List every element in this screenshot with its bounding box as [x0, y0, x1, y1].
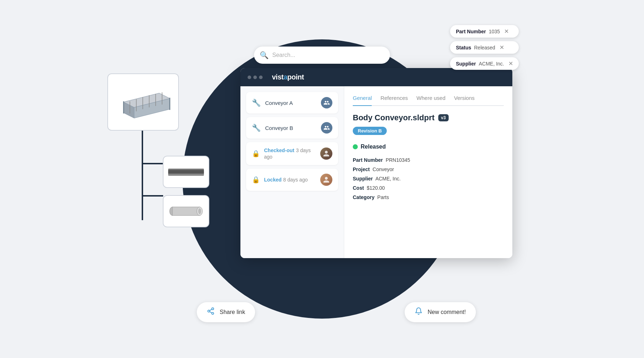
filter-chip-part-number[interactable]: Part Number 1035 ✕ [450, 25, 519, 38]
titlebar-dot-1 [248, 76, 251, 79]
list-item-conveyor-b[interactable]: 🔧 Conveyor B [246, 117, 338, 139]
app-titlebar: vistapoint [240, 68, 512, 86]
avatar-locked [320, 174, 332, 186]
connector-h1 [142, 163, 163, 164]
filter-close-part-number[interactable]: ✕ [504, 28, 509, 35]
connector-vertical [142, 131, 143, 156]
lock-icon-checked-out: 🔒 [252, 150, 260, 158]
filter-chips-container: Part Number 1035 ✕ Status Released ✕ Sup… [450, 25, 519, 70]
users-icon [323, 100, 330, 106]
field-project: Project Conveyor [353, 166, 504, 172]
tab-versions[interactable]: Versions [454, 95, 475, 101]
tab-where-used[interactable]: Where used [416, 95, 445, 101]
filter-chip-supplier[interactable]: Supplier ACME, Inc. ✕ [450, 57, 519, 70]
bell-svg [415, 307, 423, 315]
lock-icon-locked: 🔒 [252, 176, 260, 184]
assembly-icon-a: 🔧 [252, 98, 261, 107]
small-cards-container [163, 156, 209, 227]
detail-fields: Part Number PRN10345 Project Conveyor Su… [353, 157, 504, 200]
field-label-supplier: Supplier [353, 176, 373, 182]
detail-tabs: General References Where used Versions [353, 95, 504, 106]
field-category: Category Parts [353, 194, 504, 200]
filter-label-part-number: Part Number [456, 29, 486, 34]
hierarchy-card-large [107, 73, 179, 131]
svg-rect-9 [123, 101, 124, 113]
field-value-supplier: ACME, Inc. [374, 176, 401, 182]
share-link-button[interactable]: Share link [197, 302, 255, 322]
cable-tray-svg [113, 82, 174, 122]
revision-badge: Revision B [353, 127, 387, 135]
status-dot [353, 144, 358, 149]
avatar-checked-out [320, 147, 332, 160]
version-badge: v3 [438, 114, 449, 121]
filter-chip-status[interactable]: Status Released ✕ [450, 41, 519, 54]
svg-rect-11 [168, 169, 204, 174]
checked-out-info: Checked-out 3 days ago [264, 147, 316, 160]
pipe-svg [168, 204, 204, 218]
rail-svg [166, 163, 206, 181]
filter-close-supplier[interactable]: ✕ [508, 60, 513, 67]
share-icon [207, 307, 215, 317]
assembly-icon-b: 🔧 [252, 124, 261, 132]
revision-badge-container: Revision B [353, 127, 504, 139]
bell-icon [415, 307, 423, 317]
filter-value-status: Released [474, 45, 495, 50]
svg-rect-10 [169, 98, 170, 110]
person-icon-2 [323, 176, 330, 183]
filter-close-status[interactable]: ✕ [499, 44, 504, 51]
field-cost: Cost $120.00 [353, 185, 504, 191]
share-svg [207, 307, 215, 315]
app-body: 🔧 Conveyor A 🔧 Conveyor B [240, 86, 512, 258]
search-bar[interactable]: 🔍 Search... [254, 47, 390, 64]
svg-line-22 [210, 309, 212, 311]
share-label: Share link [220, 309, 245, 315]
app-window: vistapoint 🔧 Conveyor A 🔧 [240, 68, 512, 258]
hierarchy-card-rail [163, 156, 209, 188]
field-label-part-number: Part Number [353, 157, 383, 163]
detail-filename: Body Conveyor.sldprt [353, 113, 435, 122]
search-bar-container: 🔍 Search... [254, 47, 390, 64]
filter-label-supplier: Supplier [456, 61, 476, 67]
detail-title-row: Body Conveyor.sldprt v3 [353, 113, 504, 122]
locked-time: 8 days ago [283, 177, 308, 183]
avatar-conveyor-a [321, 97, 332, 108]
svg-rect-13 [168, 169, 204, 170]
field-label-category: Category [353, 194, 375, 200]
status-text: Released [361, 144, 386, 150]
svg-line-21 [210, 311, 212, 313]
connector-h2 [142, 195, 163, 197]
tab-references[interactable]: References [380, 95, 408, 101]
list-item-conveyor-a[interactable]: 🔧 Conveyor A [246, 92, 338, 113]
field-value-category: Parts [376, 194, 389, 200]
detail-panel: General References Where used Versions B… [344, 86, 512, 258]
list-item-locked[interactable]: 🔒 Locked 8 days ago [246, 169, 338, 191]
svg-rect-12 [168, 174, 204, 176]
connector-row [107, 156, 179, 220]
list-item-checked-out[interactable]: 🔒 Checked-out 3 days ago [246, 142, 338, 165]
app-logo: vistapoint [272, 73, 304, 81]
notification-button[interactable]: New comment! [405, 302, 476, 322]
filter-value-supplier: ACME, Inc. [479, 61, 504, 67]
field-value-project: Conveyor [371, 166, 394, 172]
checked-out-label: Checked-out [264, 147, 294, 153]
search-placeholder: Search... [272, 52, 295, 58]
field-value-cost: $120.00 [365, 185, 385, 191]
titlebar-dot-3 [259, 76, 263, 79]
connector-vertical-2 [142, 156, 143, 220]
field-supplier: Supplier ACME, Inc. [353, 176, 504, 182]
field-part-number: Part Number PRN10345 [353, 157, 504, 163]
hierarchy-container [107, 73, 179, 220]
avatar-conveyor-b [321, 122, 332, 134]
conveyor-a-label: Conveyor A [265, 100, 317, 106]
tab-general[interactable]: General [353, 95, 372, 106]
field-value-part-number: PRN10345 [384, 157, 410, 163]
locked-info: Locked 8 days ago [264, 176, 316, 183]
conveyor-b-label: Conveyor B [265, 125, 317, 131]
filter-label-status: Status [456, 45, 471, 50]
hierarchy-card-pipe [163, 195, 209, 227]
status-row: Released [353, 144, 504, 150]
person-icon-1 [323, 150, 330, 157]
locked-label: Locked [264, 177, 282, 183]
field-label-project: Project [353, 166, 370, 172]
notification-label: New comment! [428, 309, 466, 315]
